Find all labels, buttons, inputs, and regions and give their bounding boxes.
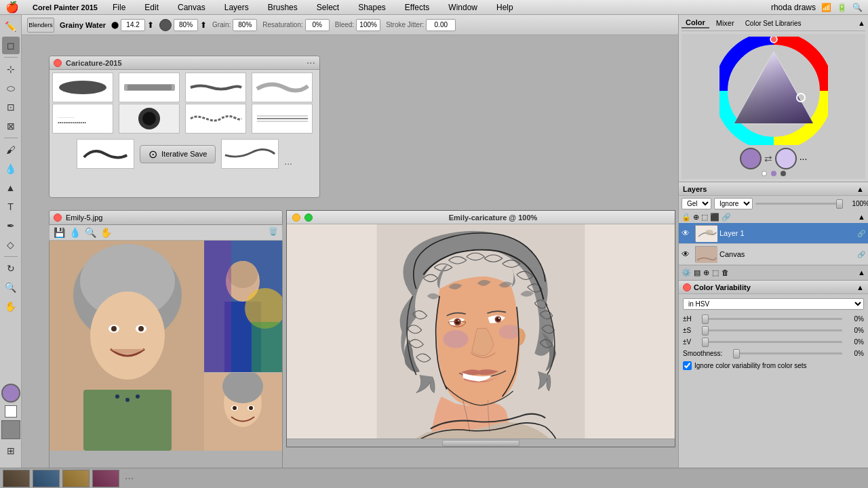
layer-settings-icon[interactable]: ⚙️: [682, 268, 691, 277]
brush-thumb-2[interactable]: [119, 73, 180, 102]
drawing-area[interactable]: [287, 224, 675, 447]
tool-brush[interactable]: ✏️: [2, 18, 20, 35]
tool-shape[interactable]: ◇: [2, 236, 20, 253]
brush-thumb-3[interactable]: [185, 73, 246, 102]
brush-name[interactable]: Grainy Water: [60, 21, 106, 29]
brush-panel-close-button[interactable]: [54, 59, 62, 67]
brush-thumb-4[interactable]: [252, 73, 313, 102]
layer-composite-select[interactable]: Ignore: [714, 198, 753, 209]
bleed-input[interactable]: [356, 19, 380, 31]
swap-colors-arrow[interactable]: ⇄: [764, 153, 772, 164]
color-set-tab[interactable]: Color Set Libraries: [741, 19, 806, 28]
thumbnail-more[interactable]: ···: [125, 472, 134, 485]
menu-edit[interactable]: Edit: [140, 3, 163, 12]
color-more-icon[interactable]: ···: [800, 153, 808, 164]
layer-lock-icon[interactable]: 🔒: [682, 213, 691, 222]
resaturation-input[interactable]: [305, 19, 330, 31]
tool-rotate[interactable]: ↻: [2, 260, 20, 277]
iterative-save-button[interactable]: ⊙ Iterative Save: [140, 145, 216, 163]
photo-panel-titlebar[interactable]: Emily-5.jpg: [50, 211, 282, 224]
layer-group-icon[interactable]: ⬚: [701, 213, 708, 222]
tool-text[interactable]: T: [2, 198, 20, 216]
canvas-minimize-button[interactable]: [292, 214, 300, 222]
layer-1-visibility[interactable]: 👁: [682, 228, 692, 238]
layers-panel-expand-btn[interactable]: ▲: [858, 213, 865, 222]
scrollbar-thumb[interactable]: [442, 440, 519, 447]
tool-transform[interactable]: ⊠: [2, 117, 20, 135]
tool-fill[interactable]: ▲: [2, 179, 20, 197]
menu-help[interactable]: Help: [492, 3, 517, 12]
color-panel-expand[interactable]: ▲: [858, 19, 865, 27]
layer-delete-icon[interactable]: 🗑: [722, 268, 729, 277]
photo-panel-close[interactable]: [54, 214, 62, 222]
layer-mask-icon[interactable]: ⬛: [710, 213, 719, 222]
layer-opacity-slider[interactable]: [755, 203, 843, 205]
photo-tool-eyedropper[interactable]: 💧: [69, 227, 81, 238]
brush-thumb-7[interactable]: [185, 104, 246, 134]
tool-hand[interactable]: ✋: [2, 298, 20, 315]
brush-panel-more[interactable]: ···: [284, 158, 292, 169]
color-wheel-wrapper[interactable]: [719, 37, 828, 145]
photo-tool-search[interactable]: 🔍: [85, 227, 96, 238]
layer-add-icon[interactable]: ⊕: [703, 268, 709, 277]
layer-1-chain[interactable]: 🔗: [857, 230, 865, 237]
opacity-arrows[interactable]: ⬆: [200, 20, 207, 30]
layer-more-btn[interactable]: ▲: [858, 268, 865, 277]
foreground-color-swatch[interactable]: [1, 384, 20, 403]
canvas-layer-chain[interactable]: 🔗: [857, 251, 865, 258]
brush-category-selector[interactable]: Blenders: [27, 18, 54, 33]
menu-file[interactable]: File: [108, 3, 130, 12]
brush-thumb-10[interactable]: [221, 139, 279, 169]
brush-thumb-6[interactable]: [119, 104, 180, 134]
color-wheel-svg[interactable]: [719, 37, 828, 145]
grain-input[interactable]: [233, 19, 257, 31]
layer-collapse-icon[interactable]: ▤: [694, 268, 701, 277]
cv-h-slider[interactable]: [702, 318, 842, 320]
color-var-expand[interactable]: ▲: [856, 283, 864, 291]
color-tab[interactable]: Color: [682, 18, 709, 28]
tool-select-rect[interactable]: ⊹: [2, 60, 20, 78]
search-icon[interactable]: 🔍: [852, 3, 863, 12]
menu-window[interactable]: Window: [444, 3, 481, 12]
layer-mode-select[interactable]: Gel: [682, 198, 711, 209]
photo-tool-delete[interactable]: 🗑️: [269, 227, 278, 238]
color-dot-3[interactable]: [781, 171, 786, 176]
brush-size-input[interactable]: [121, 19, 145, 31]
color-dot-1[interactable]: [762, 171, 767, 176]
brush-thumb-1[interactable]: [52, 73, 113, 102]
menu-shapes[interactable]: Shapes: [354, 3, 390, 12]
layer-merge-icon[interactable]: ⊕: [693, 213, 699, 222]
brush-panel-menu[interactable]: ···: [307, 57, 315, 69]
canvas-horizontal-scrollbar[interactable]: [287, 439, 675, 447]
menu-layers[interactable]: Layers: [220, 3, 253, 12]
tool-crop[interactable]: ⊡: [2, 98, 20, 116]
thumbnail-3[interactable]: [62, 470, 90, 487]
tool-paint[interactable]: 🖌: [2, 141, 20, 159]
tool-layer-adj[interactable]: ⊞: [2, 442, 20, 460]
tool-lasso[interactable]: ⬭: [2, 79, 20, 97]
brush-thumb-8[interactable]: [252, 104, 313, 134]
thumbnail-4[interactable]: [92, 470, 119, 487]
cv-s-slider[interactable]: [702, 329, 842, 331]
canvas-layer-visibility[interactable]: 👁: [682, 249, 692, 259]
photo-tool-save[interactable]: 💾: [54, 227, 65, 238]
brush-thumb-5[interactable]: ••••••••••••••• ···············: [52, 104, 113, 134]
menu-effects[interactable]: Effects: [401, 3, 433, 12]
layer-row-1[interactable]: 👁 Layer 1 🔗: [679, 223, 868, 244]
paper-texture-preview[interactable]: [1, 420, 20, 439]
layers-expand-icon[interactable]: ▲: [856, 185, 864, 193]
ignore-color-variability-checkbox[interactable]: [683, 361, 692, 370]
brush-thumb-9[interactable]: [77, 139, 134, 169]
apple-menu[interactable]: 🍎: [5, 1, 19, 14]
menu-canvas[interactable]: Canvas: [174, 3, 210, 12]
secondary-color-swatch[interactable]: [775, 148, 797, 169]
thumbnail-2[interactable]: [33, 470, 60, 487]
cv-mode-select[interactable]: in HSV: [683, 298, 864, 310]
tool-pen[interactable]: ✒: [2, 217, 20, 235]
menu-select[interactable]: Select: [313, 3, 343, 12]
layer-chain-icon[interactable]: 🔗: [722, 213, 731, 222]
mixer-tab[interactable]: Mixer: [712, 18, 738, 28]
background-color-swatch[interactable]: [5, 405, 17, 418]
size-arrows[interactable]: ⬆: [147, 20, 154, 30]
canvas-zoom-button[interactable]: [304, 214, 313, 222]
